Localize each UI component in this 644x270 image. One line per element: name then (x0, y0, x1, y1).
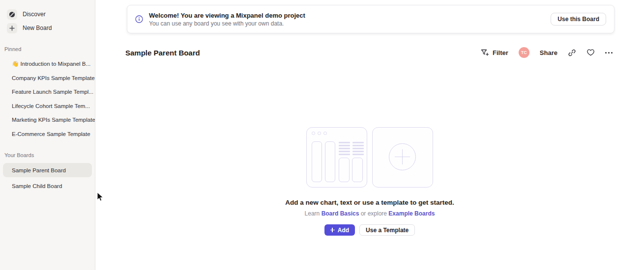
your-boards-section-label: Your Boards (0, 152, 95, 158)
empty-state-illustration (306, 127, 433, 188)
sidebar-item-lifecycle-cohort[interactable]: Lifecycle Cohort Sample Tem... (0, 99, 95, 113)
sidebar-item-company-kpis[interactable]: Company KPIs Sample Template (0, 71, 95, 85)
pinned-section-label: Pinned (0, 46, 95, 52)
banner-subtitle: You can use any board you see with your … (149, 20, 305, 27)
favorite-heart-icon[interactable] (586, 49, 595, 56)
add-button[interactable]: Add (324, 224, 355, 236)
example-boards-link[interactable]: Example Boards (388, 210, 435, 217)
sidebar-item-feature-launch[interactable]: Feature Launch Sample Templ... (0, 85, 95, 99)
empty-state-headline: Add a new chart, text or use a template … (285, 199, 454, 206)
page-title: Sample Parent Board (125, 49, 200, 57)
empty-state-links: Learn Board Basics or explore Example Bo… (305, 210, 435, 217)
demo-banner: Welcome! You are viewing a Mixpanel demo… (127, 5, 615, 33)
empty-state: Add a new chart, text or use a template … (95, 127, 644, 236)
share-button[interactable]: Share (540, 49, 557, 56)
discover-label: Discover (23, 11, 46, 18)
new-board-label: New Board (23, 25, 52, 31)
banner-text: Welcome! You are viewing a Mixpanel demo… (149, 11, 305, 27)
sidebar: Discover New Board Pinned 👋 Introduction… (0, 0, 95, 270)
sidebar-item-new-board[interactable]: New Board (0, 21, 95, 35)
learn-prefix-text: Learn (305, 210, 322, 217)
plus-icon (7, 23, 17, 33)
discover-icon (7, 9, 17, 20)
filter-funnel-icon (481, 49, 489, 56)
banner-title: Welcome! You are viewing a Mixpanel demo… (149, 11, 305, 20)
board-header: Sample Parent Board Filter TC Share (125, 46, 613, 59)
dashboard-skeleton-card (306, 127, 367, 188)
info-icon (135, 15, 143, 23)
sidebar-item-sample-child-board[interactable]: Sample Child Board (3, 179, 92, 193)
add-plus-icon (330, 228, 335, 232)
sidebar-item-marketing-kpis[interactable]: Marketing KPIs Sample Template (0, 113, 95, 127)
more-options-icon[interactable] (605, 50, 613, 55)
use-a-template-button[interactable]: Use a Template (359, 224, 415, 236)
or-explore-text: or explore (359, 210, 388, 217)
add-chart-placeholder-card[interactable] (372, 127, 433, 188)
sidebar-item-discover[interactable]: Discover (0, 7, 95, 21)
window-dots-icon (312, 132, 327, 135)
sidebar-item-ecommerce[interactable]: E-Commerce Sample Template (0, 127, 95, 141)
filter-button[interactable]: Filter (481, 49, 508, 56)
avatar[interactable]: TC (519, 47, 529, 58)
copy-link-icon[interactable] (568, 49, 576, 57)
sidebar-item-sample-parent-board[interactable]: Sample Parent Board (3, 163, 92, 177)
use-this-board-button[interactable]: Use this Board (551, 13, 606, 26)
add-button-label: Add (338, 227, 349, 234)
plus-circle-icon (389, 143, 416, 170)
empty-state-buttons: Add Use a Template (324, 224, 415, 236)
sidebar-item-intro-mixpanel[interactable]: 👋 Introduction to Mixpanel B... (0, 57, 95, 71)
filter-label: Filter (493, 49, 508, 56)
board-basics-link[interactable]: Board Basics (322, 210, 359, 217)
board-toolbar: Filter TC Share (481, 47, 613, 58)
